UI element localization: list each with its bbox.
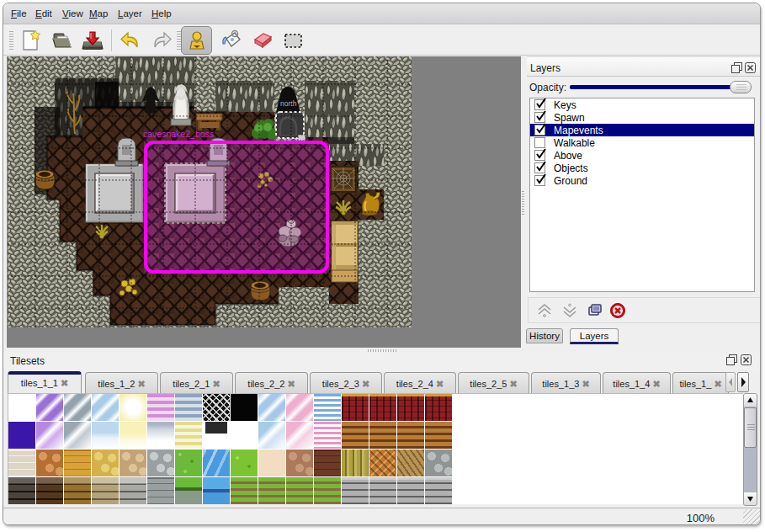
- svg-text:cavesnake2_boss: cavesnake2_boss: [143, 129, 214, 139]
- svg-text:north: north: [280, 99, 297, 108]
